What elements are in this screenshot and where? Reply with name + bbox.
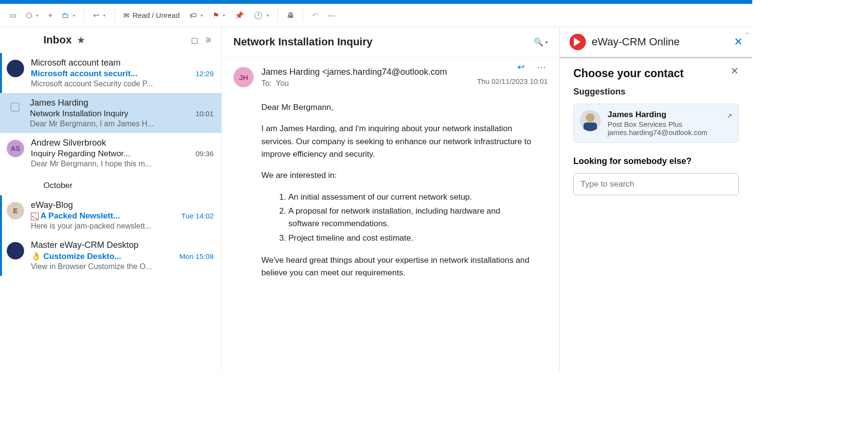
ribbon-toolbar: ▭ ⬡▾ ⌖ 🗀▾ ↩▾ ✉Read / Unread 🏷▾ ⚑▾ 📌 🕐▾ 🖶… [0, 4, 752, 27]
tag-button[interactable]: 🏷▾ [186, 8, 207, 22]
sender-name: eWay-Blog [31, 200, 214, 210]
suggestion-name: James Harding [608, 110, 707, 120]
contact-suggestion[interactable]: James Harding Post Box Services Plus jam… [573, 104, 739, 143]
crm-close-button[interactable]: ✕ [734, 36, 743, 48]
email-preview: View in Browser Customize the O... [31, 262, 214, 271]
email-item[interactable]: E eWay-Blog A Packed Newslett... Tue 14:… [0, 195, 221, 235]
contact-search-input[interactable] [573, 173, 739, 195]
reading-pane: Network Installation Inquiry 🔍▾ ↩ ⋯ JH J… [222, 27, 559, 371]
email-time: Tue 14:02 [181, 212, 214, 220]
read-unread-button[interactable]: ✉Read / Unread [120, 8, 184, 23]
email-subject: Inquiry Regarding Networ... [31, 149, 130, 159]
read-unread-label: Read / Unread [133, 11, 180, 19]
flag-button[interactable]: ⚑▾ [209, 8, 229, 23]
suggestion-email: james.harding74@outlook.com [608, 128, 707, 136]
from-line: James Harding <james.harding74@outlook.c… [261, 67, 548, 77]
email-item[interactable]: Microsoft account team Microsoft account… [0, 53, 221, 93]
select-mode-icon[interactable]: ▢ [191, 36, 198, 45]
crm-sidebar: eWay-CRM Online ✕ ✕ Choose your contact … [559, 27, 752, 371]
email-subject: A Packed Newslett... [31, 211, 120, 221]
sender-avatar: JH [233, 67, 254, 87]
sender-name: Microsoft account team [31, 58, 214, 68]
avatar: AS [7, 140, 24, 157]
snooze-button[interactable]: 🕐▾ [250, 8, 273, 23]
undo-button[interactable]: ↶ [308, 8, 322, 23]
panel-close-icon[interactable]: ✕ [731, 65, 739, 77]
svg-point-0 [586, 113, 595, 122]
ribbon-chevron-icon[interactable]: ⌄ [745, 29, 749, 36]
sender-name: Master eWay-CRM Desktop [31, 240, 214, 250]
newsletter-icon [31, 213, 39, 220]
select-checkbox[interactable] [11, 103, 19, 111]
filter-icon[interactable]: ⚞ [205, 36, 212, 45]
sender-name: James Harding [30, 98, 214, 108]
reply-icon[interactable]: ↩ [517, 62, 525, 72]
email-subject: Network Installation Inquiry [30, 109, 128, 119]
email-preview: Dear Mr Bergmann, I hope this m... [31, 160, 214, 168]
reading-subject: Network Installation Inquiry [233, 36, 372, 48]
zoom-button[interactable]: 🔍▾ [534, 38, 548, 47]
avatar: E [7, 202, 24, 219]
email-time: 09:36 [195, 149, 214, 158]
more-actions-icon[interactable]: ⋯ [537, 62, 546, 72]
pin-button[interactable]: 📌 [231, 8, 248, 23]
email-preview: Microsoft account Security code P... [31, 80, 214, 88]
suggestions-label: Suggestions [573, 87, 739, 97]
choose-contact-heading: Choose your contact [573, 67, 739, 80]
email-subject: 👌 Customize Deskto... [31, 251, 121, 261]
avatar [7, 60, 24, 77]
message-list-pane: Inbox ★ ▢ ⚞ Microsoft account team Micro… [0, 27, 222, 371]
open-external-icon[interactable]: ↗ [727, 112, 732, 120]
move-button[interactable]: 🗀▾ [58, 8, 79, 22]
sweep-button[interactable]: ⌖ [44, 8, 56, 23]
email-time: 10:01 [195, 109, 214, 118]
favorite-star-icon[interactable]: ★ [77, 34, 85, 46]
inbox-title: Inbox [43, 34, 72, 46]
to-line: To: You [261, 79, 289, 88]
email-item[interactable]: AS Andrew Silverbrook Inquiry Regarding … [0, 133, 221, 173]
email-item-selected[interactable]: James Harding Network Installation Inqui… [0, 93, 221, 133]
date-separator: October [0, 173, 221, 195]
suggestion-company: Post Box Services Plus [608, 120, 707, 128]
svg-rect-1 [583, 122, 597, 131]
sender-name: Andrew Silverbrook [31, 138, 214, 148]
email-time: 12:29 [195, 69, 214, 78]
print-button[interactable]: 🖶 [283, 8, 298, 22]
report-button[interactable]: ⬡▾ [22, 8, 42, 23]
email-preview: Here is your jam-packed newslett... [31, 222, 214, 231]
suggestion-avatar [580, 110, 601, 131]
avatar [7, 242, 24, 259]
looking-label: Looking for somebody else? [573, 156, 739, 166]
email-preview: Dear Mr Bergmann, I am James H... [30, 120, 214, 128]
archive-button[interactable]: ▭ [6, 8, 20, 23]
more-button[interactable]: ⋯ [324, 8, 339, 23]
email-subject: Microsoft account securit... [31, 69, 137, 79]
reply-button[interactable]: ↩▾ [89, 8, 109, 23]
crm-title: eWay-CRM Online [592, 36, 680, 48]
email-body: Dear Mr Bergmann, I am James Harding, an… [261, 101, 531, 280]
email-item[interactable]: Master eWay-CRM Desktop 👌 Customize Desk… [0, 235, 221, 276]
email-datetime: Thu 02/11/2023 10:01 [477, 77, 548, 88]
eway-logo-icon [570, 34, 586, 50]
email-time: Mon 15:08 [179, 252, 214, 260]
